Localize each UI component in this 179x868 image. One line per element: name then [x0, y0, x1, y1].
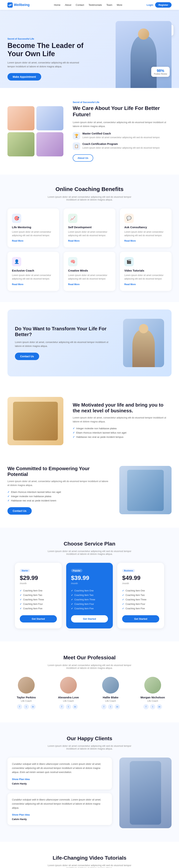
linkedin-icon-3[interactable]: in: [157, 704, 162, 709]
benefit-link-3[interactable]: Read More: [12, 283, 55, 286]
price-feature-0-2: Coaching Item Three: [20, 597, 57, 602]
benefit-desc-5: Lorem ipsum dolor sit amet consectetur a…: [124, 274, 167, 281]
team-name-1: Alexandra Love: [50, 696, 87, 699]
nav-about[interactable]: About: [65, 3, 71, 6]
price-feature-0-0: Coaching Item One: [20, 588, 57, 593]
hero-image-area: Sarah Alexander Life Coach ★★★★★ 98% Pos…: [86, 21, 172, 88]
nav-contact[interactable]: Contact: [76, 3, 84, 6]
price-label-2: Business: [122, 569, 135, 572]
testimonial-text-0: Curabitur volutpat velit in libero ullam…: [12, 762, 107, 774]
motivation-section: We Motivated your life and bring you to …: [0, 384, 179, 458]
hero-badge-percent: 98%: [154, 69, 167, 73]
linkedin-icon-0[interactable]: in: [30, 704, 35, 709]
testimonial-btn-0[interactable]: Show Plan Idea: [12, 778, 30, 781]
team-role-2: Life Coach: [92, 700, 129, 702]
hero-person-image: [116, 21, 172, 88]
nav-team[interactable]: Team: [106, 3, 112, 6]
team-card-1: Alexandra Love Life Coach f t in: [50, 677, 87, 709]
price-feature-0-1: Coaching Item Two: [20, 593, 57, 597]
facebook-icon-0[interactable]: f: [17, 704, 22, 709]
commitment-content: We Committed to Empowering Your Potentia…: [7, 466, 110, 515]
team-description: Lorem ipsum dolor sit amet consectetur a…: [43, 664, 136, 670]
about-feature-2: 📋 Coach Certification Program Lorem ipsu…: [73, 143, 172, 150]
hero-content: Secret of Successful Life Become The Lea…: [7, 37, 86, 88]
benefit-link-2[interactable]: Read More: [124, 240, 167, 242]
about-img-3: [7, 132, 34, 156]
twitter-icon-0[interactable]: t: [24, 704, 29, 709]
price-card-2: Business $49.99 /month Coaching Item One…: [117, 563, 164, 628]
benefit-link-5[interactable]: Read More: [124, 283, 167, 286]
about-images: [7, 106, 63, 156]
price-card-1: Popular $39.99 /month Coaching Item One …: [66, 563, 113, 628]
about-feature-desc-1: Lorem ipsum dolor sit amet consectetur a…: [82, 136, 160, 139]
testimonial-btn-1[interactable]: Show Plan Idea: [12, 813, 30, 816]
motivation-image: [7, 397, 63, 445]
twitter-icon-2[interactable]: t: [108, 704, 113, 709]
team-avatar-0: [18, 677, 35, 693]
about-cta-button[interactable]: About Us: [73, 154, 93, 162]
team-social-0: f t in: [7, 704, 45, 709]
motivation-title: We Motivated your life and bring you to …: [73, 402, 172, 414]
about-tag: Secret of Successful Life: [73, 101, 172, 103]
about-feature-title-2: Coach Certification Program: [82, 143, 160, 146]
facebook-icon-3[interactable]: f: [144, 704, 149, 709]
price-cta-0[interactable]: Get Started: [20, 615, 57, 622]
benefit-card-1: 📈 Self Development Lorem ipsum dolor sit…: [63, 209, 115, 247]
benefit-link-4[interactable]: Read More: [68, 283, 111, 286]
hero-badge: 98% Positive Review: [151, 67, 170, 77]
commitment-button[interactable]: Contact Us: [7, 507, 32, 515]
facebook-icon-2[interactable]: f: [101, 704, 106, 709]
cta-banner: Do You Want to Transform Your Life For B…: [7, 309, 172, 376]
team-avatar-1: [60, 677, 77, 693]
price-period-1: /month: [71, 582, 108, 585]
price-feature-1-1: Coaching Item Two: [71, 593, 108, 597]
hero-badge-label: Positive Review: [154, 73, 167, 75]
register-button[interactable]: Register: [155, 2, 172, 8]
login-button[interactable]: Login: [147, 3, 153, 6]
about-title: We Care About Your Life For Better Futur…: [73, 105, 172, 118]
team-avatar-2: [102, 677, 119, 693]
cta-content: Do You Want to Transform Your Life For B…: [15, 326, 116, 360]
price-feature-2-1: Coaching Item Two: [122, 593, 159, 597]
linkedin-icon-2[interactable]: in: [115, 704, 120, 709]
price-label-0: Starter: [20, 569, 30, 572]
testimonial-author-0: Calvin Hardy: [12, 782, 107, 785]
nav-testimonials[interactable]: Testimonials: [88, 3, 102, 6]
about-feature-text-1: Master Certified Coach Lorem ipsum dolor…: [82, 132, 160, 139]
price-feature-2-4: Coaching Item Five: [122, 606, 159, 611]
nav-home[interactable]: Home: [54, 3, 60, 6]
about-feature-text-2: Coach Certification Program Lorem ipsum …: [82, 143, 160, 150]
tutorials-title: Life-Changing Video Tutorials: [7, 855, 172, 861]
benefits-header: Online Coaching Benefits Lorem ipsum dol…: [7, 186, 172, 201]
twitter-icon-1[interactable]: t: [66, 704, 71, 709]
cta-button[interactable]: Contact Us: [15, 353, 39, 360]
benefit-link-0[interactable]: Read More: [12, 240, 55, 242]
hero-description: Lorem ipsum dolor sit amet, consectetur …: [7, 61, 86, 69]
motivation-description: Lorem ipsum dolor sit amet, consectetur …: [73, 416, 172, 424]
nav-more[interactable]: More: [117, 3, 122, 6]
benefits-grid: 🎯 Life Mentoring Lorem ipsum dolor sit a…: [7, 209, 172, 291]
benefit-card-0: 🎯 Life Mentoring Lorem ipsum dolor sit a…: [7, 209, 59, 247]
hero-cta-button[interactable]: Make Appointment: [7, 73, 41, 81]
about-img-4: [36, 132, 63, 156]
benefit-link-1[interactable]: Read More: [68, 240, 111, 242]
benefit-title-3: Exclusive Coach: [12, 269, 55, 272]
price-card-0: Starter $29.99 /month Coaching Item One …: [15, 563, 62, 628]
nav-links: Home About Contact Testimonials Team Mor…: [54, 3, 122, 6]
commitment-check-1: Integer molestie non habitasse platea: [7, 495, 110, 498]
facebook-icon-1[interactable]: f: [59, 704, 64, 709]
twitter-icon-3[interactable]: t: [150, 704, 155, 709]
commitment-section: We Committed to Empowering Your Potentia…: [0, 458, 179, 528]
benefit-title-2: Ask Consultancy: [124, 226, 167, 229]
price-cta-1[interactable]: Get Started: [71, 615, 108, 622]
logo[interactable]: Wellbeing: [7, 2, 30, 8]
team-social-1: f t in: [50, 704, 87, 709]
motivation-check-1: Etiam rhoncus interdum laoreet tellus no…: [73, 431, 172, 434]
client-photo-area: [119, 757, 172, 828]
benefit-desc-1: Lorem ipsum dolor sit amet consectetur a…: [68, 230, 111, 237]
linkedin-icon-1[interactable]: in: [73, 704, 78, 709]
team-card-2: Hallie Blake Life Coach f t in: [92, 677, 129, 709]
price-cta-2[interactable]: Get Started: [122, 615, 159, 622]
commitment-check-0: Etiam rhoncus interdum laoreet tellus ne…: [7, 491, 110, 493]
price-label-1: Popular: [71, 569, 82, 572]
